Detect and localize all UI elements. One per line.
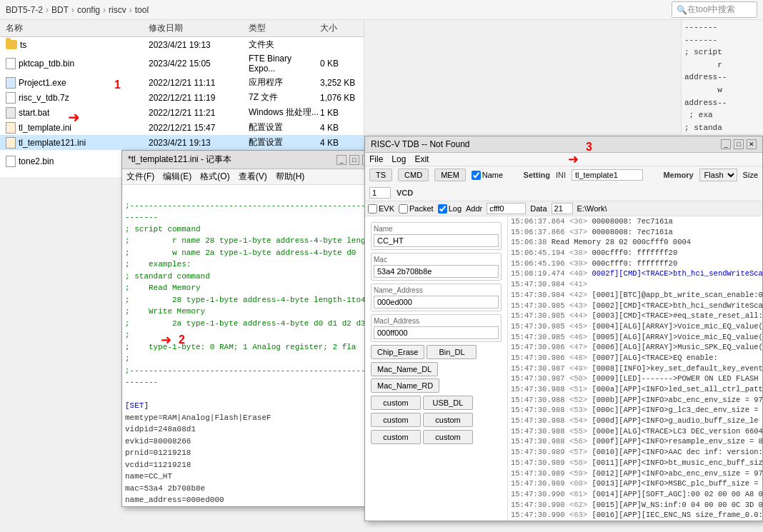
- file-row[interactable]: Project1.exe 2022/12/21 11:11 应用程序 3,252…: [0, 75, 364, 90]
- file-row[interactable]: risc_v_tdb.7z 2022/12/21 11:19 7Z 文件 1,0…: [0, 90, 364, 105]
- mac-name-rd-button[interactable]: Mac_Name_RD: [371, 378, 439, 393]
- breadcrumb-part[interactable]: BDT: [51, 5, 69, 15]
- breadcrumb-search[interactable]: 🔍 在tool中搜索: [672, 1, 757, 18]
- breadcrumb-sep: ›: [46, 5, 49, 15]
- log-entry: 15:47:30.985 <44> [0003][CMD]<TRACE>#eq_…: [508, 311, 762, 321]
- tdb-window: RISC-V TDB -- Not Found _ □ ✕ File Log E…: [364, 136, 763, 521]
- file-type: 应用程序: [249, 76, 320, 89]
- size-input[interactable]: [369, 187, 391, 199]
- addr-input[interactable]: [487, 203, 526, 214]
- custom-button-4[interactable]: custom: [371, 430, 421, 444]
- close-button[interactable]: ✕: [747, 139, 757, 149]
- log-checkbox-label[interactable]: Log: [438, 204, 462, 214]
- custom-buttons-2: custom custom: [371, 413, 502, 427]
- log-entry: 15:47:30.985 <45> [0004][ALG][ARRAY]>Voi…: [508, 321, 762, 332]
- log-header: EVK Packet Log Addr Data E:\Work\: [365, 201, 762, 216]
- log-checkbox[interactable]: [438, 204, 447, 214]
- custom-button-3[interactable]: custom: [423, 413, 473, 427]
- file-type: 配置设置: [249, 136, 320, 149]
- breadcrumb-part[interactable]: BDT5-7-2: [6, 5, 43, 15]
- file-name: pktcap_tdb.bin: [6, 58, 149, 69]
- log-entry: 15:47:30.987 <49> [0008][INFO]>key_set_d…: [508, 363, 762, 374]
- mac-address-input[interactable]: [374, 326, 499, 339]
- log-entry: 15:47:30.989 <59> [0012][APP]<INFO>abc_e…: [508, 468, 762, 479]
- minimize-button[interactable]: _: [336, 155, 346, 165]
- tab-ts[interactable]: TS: [369, 169, 392, 181]
- evk-checkbox[interactable]: [368, 204, 377, 214]
- name-address-field-group: Name_Address: [371, 283, 502, 311]
- file-date: 2022/12/21 11:11: [149, 78, 249, 88]
- packet-checkbox[interactable]: [399, 204, 408, 214]
- packet-checkbox-label[interactable]: Packet: [399, 204, 434, 214]
- menu-exit[interactable]: Exit: [414, 154, 429, 164]
- notepad-title: *tl_template121.ini - 记事本: [128, 154, 231, 166]
- name-input[interactable]: [374, 234, 499, 247]
- right-panel-line: ; standa: [684, 122, 760, 135]
- log-entry: 15:47:30.990 <63> [0016][APP][IEC_ENC_NS…: [508, 510, 762, 521]
- file-name: Project1.exe: [6, 77, 149, 89]
- log-entry: 15:47:30.989 <58> [0011][APP]<INFO>bt_mu…: [508, 458, 762, 468]
- log-entry: 15:47:30.986 <47> [0006][ALG][ARRAY]>Mus…: [508, 342, 762, 353]
- file-type: 7Z 文件: [249, 91, 320, 104]
- right-panel-line: r: [684, 59, 760, 72]
- maximize-button[interactable]: □: [349, 155, 359, 165]
- custom-button-2[interactable]: custom: [371, 413, 421, 427]
- log-entry: 15:47:30.985 <43> [0002][CMD]<TRACE>bth_…: [508, 301, 762, 311]
- minimize-button[interactable]: _: [721, 139, 731, 149]
- menu-file[interactable]: 文件(F): [126, 171, 154, 183]
- file-row[interactable]: pktcap_tdb.bin 2023/4/22 15:05 FTE Binar…: [0, 52, 364, 75]
- menu-format[interactable]: 格式(O): [200, 171, 229, 183]
- ini-label: INI: [556, 171, 566, 179]
- custom-button-1[interactable]: custom: [371, 396, 421, 410]
- tab-cmd[interactable]: CMD: [398, 169, 429, 181]
- flash-select[interactable]: Flash RAM: [699, 169, 737, 181]
- ini-input[interactable]: [572, 169, 643, 181]
- log-entry: 15:47:30.988 <51> [000a][APP]<INFO>led_s…: [508, 384, 762, 395]
- file-name: tl_template.ini: [6, 122, 149, 134]
- chip-erase-button[interactable]: Chip_Erase: [371, 345, 424, 359]
- name-label: Name: [374, 225, 499, 233]
- data-input[interactable]: [552, 203, 573, 214]
- menu-log[interactable]: Log: [392, 154, 406, 164]
- name-checkbox[interactable]: [472, 171, 481, 180]
- file-row-selected[interactable]: tl_template121.ini 2023/4/21 19:13 配置设置 …: [0, 135, 364, 150]
- vcd-label: VCD: [397, 189, 413, 197]
- notepad-titlebar: *tl_template121.ini - 记事本 _ □ ✕: [122, 151, 378, 169]
- breadcrumb-part[interactable]: tool: [135, 5, 149, 15]
- notepad-content[interactable]: ;---------------------------------------…: [122, 185, 378, 503]
- file-row[interactable]: start.bat 2022/12/21 11:21 Windows 批处理..…: [0, 105, 364, 120]
- bin-dl-button[interactable]: Bin_DL: [427, 345, 477, 359]
- file-row[interactable]: ts 2023/4/21 19:13 文件夹: [0, 37, 364, 52]
- folder-icon: [6, 40, 17, 49]
- tab-mem[interactable]: MEM: [434, 169, 466, 181]
- annotation-3: 3: [586, 141, 592, 154]
- file-type: 配置设置: [249, 121, 320, 134]
- file-icon: [6, 58, 16, 69]
- file-row[interactable]: tl_template.ini 2022/12/21 15:47 配置设置 4 …: [0, 120, 364, 135]
- archive-icon: [6, 92, 16, 104]
- evk-checkbox-label[interactable]: EVK: [368, 204, 394, 214]
- file-type: 文件夹: [249, 39, 320, 51]
- tdb-menubar: File Log Exit: [365, 153, 762, 166]
- menu-view[interactable]: 查看(V): [239, 171, 267, 183]
- tdb-main: Name Mac Name_Address MacI_Address Chip_…: [365, 216, 762, 521]
- name-address-input[interactable]: [374, 296, 499, 308]
- breadcrumb-part[interactable]: riscv: [109, 5, 126, 15]
- usb-dl-button[interactable]: USB_DL: [423, 396, 473, 410]
- annotation-1: 1: [114, 79, 121, 91]
- mac-name-dl-button[interactable]: Mac_Name_DL: [371, 362, 438, 376]
- menu-edit[interactable]: 编辑(E): [163, 171, 191, 183]
- mac-input[interactable]: [374, 265, 499, 278]
- breadcrumb-part[interactable]: config: [77, 5, 100, 15]
- menu-file[interactable]: File: [369, 154, 383, 164]
- tdb-controls[interactable]: _ □ ✕: [721, 139, 757, 149]
- breadcrumb-sep: ›: [103, 5, 106, 15]
- log-entry: 15:06:37.866 <37> 00008008: 7ec7161a: [508, 227, 762, 238]
- setting-label: Setting: [524, 171, 550, 179]
- col-size: 大小: [320, 22, 363, 34]
- custom-button-5[interactable]: custom: [423, 430, 473, 444]
- file-name: tl_template121.ini: [6, 137, 149, 149]
- menu-help[interactable]: 帮助(H): [276, 171, 305, 183]
- name-checkbox-label[interactable]: Name: [472, 171, 503, 180]
- maximize-button[interactable]: □: [734, 139, 744, 149]
